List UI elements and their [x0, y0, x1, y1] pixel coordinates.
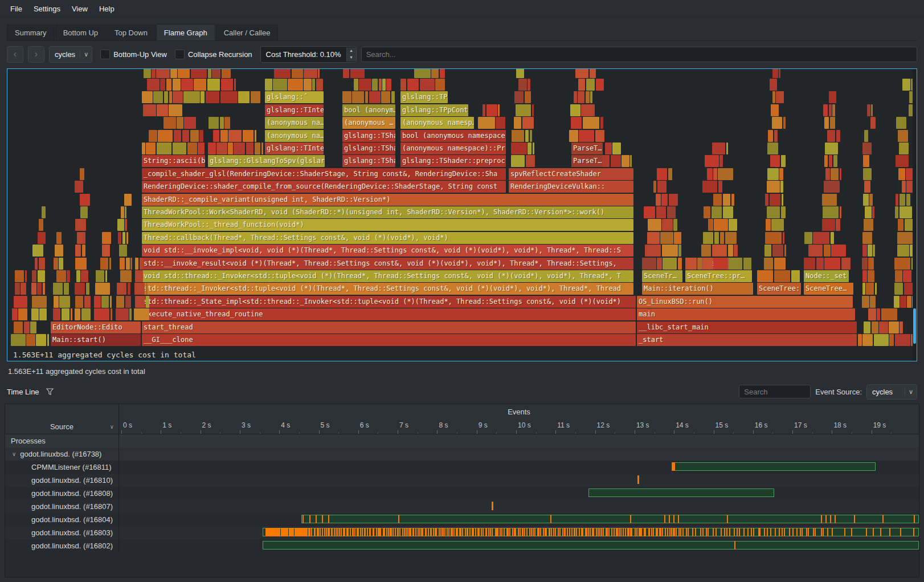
flame-frame[interactable]: [135, 270, 143, 282]
flame-frame[interactable]: [653, 181, 656, 193]
flame-frame[interactable]: [726, 143, 728, 154]
flame-scrollbar[interactable]: [913, 69, 917, 361]
flame-frame[interactable]: [198, 143, 205, 154]
flame-frame[interactable]: [765, 194, 768, 206]
flame-frame[interactable]: [400, 79, 406, 91]
flame-frame[interactable]: [379, 79, 382, 91]
flame-frame[interactable]: [128, 283, 130, 295]
flame-frame[interactable]: glslang::ˆ: [265, 91, 324, 103]
menu-settings[interactable]: Settings: [28, 2, 66, 16]
flame-frame[interactable]: ThreadWorkPool::_thread_function(void*): [142, 219, 633, 231]
flame-frame[interactable]: [95, 283, 110, 295]
flame-frame[interactable]: [630, 155, 632, 167]
tab-bottom-up[interactable]: Bottom Up: [55, 25, 106, 40]
flame-frame[interactable]: [75, 258, 87, 270]
flame-frame[interactable]: [101, 296, 109, 308]
flame-frame[interactable]: [685, 258, 697, 270]
flame-frame[interactable]: [47, 334, 49, 346]
flame-frame[interactable]: [764, 245, 772, 257]
flame-frame[interactable]: glslang::TShader::preproc: [400, 155, 506, 167]
flame-frame[interactable]: [304, 79, 311, 91]
flame-frame[interactable]: _start: [637, 334, 857, 346]
flame-frame[interactable]: [697, 258, 702, 270]
flame-frame[interactable]: [135, 296, 145, 308]
flame-frame[interactable]: [224, 117, 230, 129]
flame-frame[interactable]: [571, 117, 582, 129]
flame-frame[interactable]: [612, 143, 621, 154]
flame-frame[interactable]: [234, 79, 236, 91]
flame-frame[interactable]: [644, 206, 655, 218]
flame-frame[interactable]: [129, 308, 132, 320]
flame-frame[interactable]: [15, 270, 24, 282]
flame-frame[interactable]: [862, 258, 868, 270]
flame-frame[interactable]: [18, 308, 27, 320]
flame-frame[interactable]: main: [637, 308, 855, 320]
flame-frame[interactable]: [836, 130, 841, 142]
flame-frame[interactable]: [903, 270, 911, 282]
flame-frame[interactable]: [75, 308, 80, 320]
flame-frame[interactable]: [657, 258, 662, 270]
flame-frame[interactable]: [578, 79, 585, 91]
flame-frame[interactable]: [39, 219, 43, 231]
flame-frame[interactable]: [169, 104, 182, 116]
flame-frame[interactable]: [894, 283, 903, 295]
flame-frame[interactable]: [80, 168, 84, 180]
flame-frame[interactable]: [764, 258, 773, 270]
flame-frame[interactable]: [772, 68, 778, 78]
flame-frame[interactable]: [102, 232, 111, 244]
flame-frame[interactable]: [213, 130, 219, 142]
flame-frame[interactable]: [206, 91, 220, 103]
flame-frame[interactable]: [116, 296, 124, 308]
flame-frame[interactable]: [875, 283, 877, 295]
flame-frame[interactable]: [864, 130, 868, 142]
flame-frame[interactable]: [208, 68, 211, 78]
flame-frame[interactable]: [874, 334, 889, 346]
flame-frame[interactable]: [15, 283, 20, 295]
flame-frame[interactable]: [182, 130, 190, 142]
flame-frame[interactable]: [30, 321, 36, 333]
flame-frame[interactable]: [830, 117, 836, 129]
flame-frame[interactable]: [824, 181, 840, 193]
flame-frame[interactable]: [771, 104, 779, 116]
flame-frame[interactable]: [39, 258, 45, 270]
flame-frame[interactable]: glslang::TSha: [342, 130, 395, 142]
flame-frame[interactable]: [208, 117, 219, 129]
flame-frame[interactable]: [779, 68, 780, 78]
flame-frame[interactable]: [191, 68, 207, 78]
flame-frame[interactable]: [772, 245, 784, 257]
flame-frame[interactable]: [900, 321, 903, 333]
flame-frame[interactable]: [75, 181, 83, 193]
flame-frame[interactable]: [804, 232, 812, 244]
flame-frame[interactable]: [31, 308, 39, 320]
flame-frame[interactable]: [75, 283, 85, 295]
flame-frame[interactable]: [779, 168, 783, 180]
flame-frame[interactable]: [868, 245, 872, 257]
flame-frame[interactable]: [602, 155, 610, 167]
flame-frame[interactable]: [896, 155, 909, 167]
flame-frame[interactable]: [863, 194, 868, 206]
collapse-recursion-checkbox[interactable]: Collapse Recursion: [175, 50, 252, 59]
flame-frame[interactable]: [713, 168, 717, 180]
flame-frame[interactable]: [111, 308, 113, 320]
flame-frame[interactable]: [841, 258, 851, 270]
flame-frame[interactable]: [234, 143, 245, 154]
timeline-row-label[interactable]: Processes: [5, 434, 119, 447]
timeline-row-label[interactable]: CPMMListener (#16811): [5, 461, 119, 474]
flame-frame[interactable]: bool (anonymous namespace: [400, 130, 506, 142]
flame-frame[interactable]: [870, 296, 876, 308]
flame-frame[interactable]: [791, 270, 800, 282]
flame-frame[interactable]: [166, 79, 172, 91]
flame-frame[interactable]: [75, 245, 81, 257]
flame-frame[interactable]: ParseT…: [571, 155, 603, 167]
flame-frame[interactable]: [369, 91, 381, 103]
flame-frame[interactable]: [158, 130, 173, 142]
flame-frame[interactable]: [781, 155, 786, 167]
flame-frame[interactable]: [135, 258, 138, 270]
flame-frame[interactable]: [712, 206, 722, 218]
flame-frame[interactable]: [109, 258, 111, 270]
flame-frame[interactable]: [871, 104, 873, 116]
flame-frame[interactable]: [894, 296, 900, 308]
flame-frame[interactable]: [25, 270, 27, 282]
flame-frame[interactable]: [782, 194, 783, 206]
flame-frame[interactable]: [827, 130, 835, 142]
